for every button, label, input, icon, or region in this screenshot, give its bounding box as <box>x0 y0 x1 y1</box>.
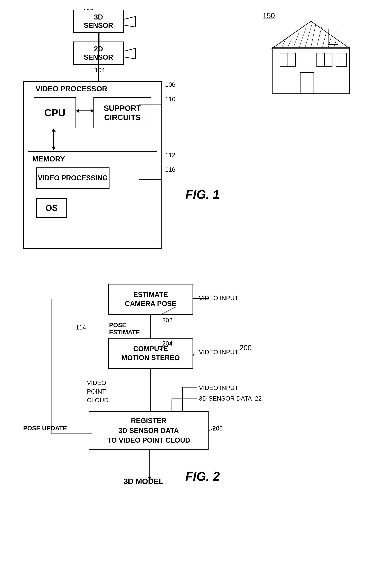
arrow-cpu-support <box>76 111 94 111</box>
svg-line-18 <box>311 25 316 47</box>
ref-206: 206 <box>212 425 223 432</box>
cpu-label: CPU <box>44 107 66 119</box>
svg-marker-1 <box>124 48 136 59</box>
compute-motion-stereo-box: COMPUTE MOTION STEREO <box>108 338 193 369</box>
sensor-to-vp-arrow <box>79 32 118 86</box>
svg-line-19 <box>317 28 322 47</box>
sensor-3d-camera-icon <box>124 16 138 29</box>
svg-marker-0 <box>124 16 136 27</box>
svg-rect-24 <box>272 47 350 94</box>
svg-rect-35 <box>300 72 314 94</box>
ref-106: 106 <box>165 81 175 88</box>
register-3d-label: REGISTER 3D SENSOR DATA TO VIDEO POINT C… <box>107 416 190 445</box>
os-label: OS <box>45 203 58 213</box>
ref-200: 200 <box>239 344 252 352</box>
svg-line-20 <box>322 32 326 47</box>
arrow-vi2 <box>193 352 209 358</box>
svg-marker-56 <box>108 299 111 301</box>
svg-line-16 <box>299 28 306 47</box>
ref-22: 22 <box>255 395 262 402</box>
svg-line-38 <box>160 307 176 315</box>
video-processor-label: VIDEO PROCESSOR <box>36 85 107 93</box>
pose-update-loop <box>49 299 111 434</box>
memory-box: MEMORY VIDEO PROCESSING OS 114 <box>28 151 157 242</box>
sensor-3d-label: 3D SENSOR <box>84 13 113 29</box>
model-3d-label: 3D MODEL <box>124 477 164 486</box>
ref-lines-fig1 <box>139 93 168 189</box>
house-illustration <box>263 17 359 99</box>
svg-marker-37 <box>193 297 194 300</box>
video-processing-box: VIDEO PROCESSING <box>36 168 110 189</box>
svg-line-21 <box>328 37 331 47</box>
memory-label: MEMORY <box>32 155 65 163</box>
arrow-vi1 <box>193 296 209 301</box>
page: 100 102 3D SENSOR 2D SENSOR 104 <box>0 0 392 568</box>
svg-line-14 <box>288 37 293 47</box>
sensor-2d-camera-icon <box>124 48 138 61</box>
pose-estimate-label: POSE ESTIMATE <box>109 322 140 336</box>
ref-204: 204 <box>162 340 172 347</box>
cpu-box: CPU <box>34 97 76 128</box>
ref202-line <box>160 305 180 321</box>
fig1-label: FIG. 1 <box>185 187 220 202</box>
fig2-label: FIG. 2 <box>185 469 220 483</box>
fig1-diagram: 100 102 3D SENSOR 2D SENSOR 104 <box>12 6 378 267</box>
support-circuits-label: SUPPORT CIRCUITS <box>104 103 141 122</box>
arrow-estimate-to-compute <box>149 315 153 342</box>
arrow-cpu-memory <box>53 129 54 150</box>
svg-marker-43 <box>193 354 194 356</box>
svg-line-15 <box>294 32 299 47</box>
svg-line-17 <box>305 25 312 47</box>
estimate-camera-pose-box: ESTIMATE CAMERA POSE <box>108 284 193 315</box>
arrow-register-to-model <box>148 450 152 481</box>
video-processing-label: VIDEO PROCESSING <box>38 174 108 182</box>
fig2-diagram: 200 ESTIMATE CAMERA POSE VIDEO INPUT 202… <box>12 276 378 562</box>
os-box: OS <box>36 198 67 218</box>
sensor-3d-box: 3D SENSOR <box>73 10 124 33</box>
svg-line-22 <box>334 41 336 47</box>
